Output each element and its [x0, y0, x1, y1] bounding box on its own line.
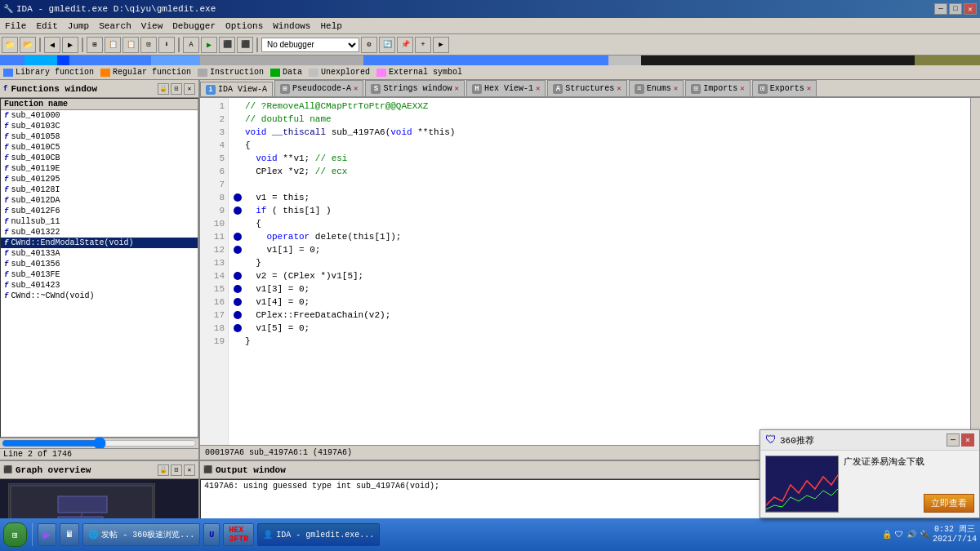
tb-dbg-11[interactable]: 📌: [397, 37, 413, 53]
graph-float-btn[interactable]: ⊡: [171, 464, 182, 476]
func-item-cwnd-endmodal[interactable]: fCWnd::EndModalState(void): [1, 238, 198, 248]
popup-minimize-btn[interactable]: ─: [947, 433, 960, 447]
close-button[interactable]: ✕: [964, 3, 977, 15]
code-line-9: if ( this[1] ): [234, 204, 965, 217]
tb-dbg-10[interactable]: 🔄: [379, 37, 395, 53]
taskbar-item-hex[interactable]: HEX3FTR: [223, 523, 254, 546]
tab-exports[interactable]: ⊡ Exports ✕: [752, 80, 817, 96]
func-item-sub40133a[interactable]: fsub_40133A: [1, 248, 198, 259]
tb-dbg-7[interactable]: ⬛: [219, 37, 235, 53]
func-item-sub401423[interactable]: fsub_401423: [1, 280, 198, 291]
menu-help[interactable]: Help: [315, 20, 346, 33]
dot-9: [234, 207, 242, 215]
title-bar: 🔧 IDA - gmledit.exe D:\qiyu\gmledit.exe …: [0, 0, 980, 18]
menu-file[interactable]: File: [0, 20, 31, 33]
tb-dbg-13[interactable]: ▶: [433, 37, 449, 53]
tab-strings[interactable]: S Strings window ✕: [365, 80, 464, 96]
menu-debugger[interactable]: Debugger: [167, 20, 220, 33]
legend-regular-color: [100, 69, 110, 77]
taskbar-item-ida[interactable]: 👤 IDA - gmledit.exe...: [257, 523, 380, 546]
functions-lock-btn[interactable]: 🔒: [158, 83, 169, 95]
functions-scrollbar-h: [0, 438, 198, 448]
graph-panel-header: ⬛ Graph overview 🔒 ⊡ ✕: [0, 461, 198, 479]
tb-fwd[interactable]: ▶: [62, 37, 78, 53]
functions-close-btn[interactable]: ✕: [184, 83, 195, 95]
func-item-sub4010c5[interactable]: fsub_4010C5: [1, 142, 198, 153]
tab-enums[interactable]: ≡ Enums ✕: [629, 80, 684, 96]
tab-enums-close[interactable]: ✕: [674, 84, 678, 93]
func-item-sub401356[interactable]: fsub_401356: [1, 259, 198, 269]
tb-new[interactable]: 📁: [2, 37, 18, 53]
menu-jump[interactable]: Jump: [63, 20, 94, 33]
taskbar-item-calc[interactable]: 🖩: [60, 523, 79, 546]
tb-1[interactable]: ⊞: [87, 37, 103, 53]
popup-chart: [766, 456, 839, 513]
tab-pseudo-close[interactable]: ✕: [354, 84, 358, 93]
func-item-sub40119e[interactable]: fsub_40119E: [1, 163, 198, 174]
graph-lock-btn[interactable]: 🔒: [158, 464, 169, 476]
taskbar-item-browser[interactable]: 🌐 发帖 - 360极速浏览...: [82, 523, 200, 546]
func-item-sub401295[interactable]: fsub_401295: [1, 174, 198, 184]
debugger-select[interactable]: No debugger: [261, 38, 359, 52]
functions-hscroll[interactable]: [2, 440, 197, 447]
tb-6[interactable]: A: [183, 37, 199, 53]
func-item-sub40103c[interactable]: fsub_40103C: [1, 121, 198, 131]
tab-strings-close[interactable]: ✕: [454, 84, 458, 93]
taskbar-item-vs[interactable]: ▶: [38, 523, 57, 546]
code-text-8: v1 = this;: [245, 191, 310, 204]
start-button[interactable]: ⊞: [3, 522, 27, 547]
tb-4[interactable]: ⊡: [140, 37, 157, 53]
func-item-sub4010cb[interactable]: fsub_4010CB: [1, 153, 198, 163]
function-list[interactable]: Function name fsub_401000 fsub_40103C fs…: [0, 98, 198, 438]
toolbar: 📁 📂 ◀ ▶ ⊞ 📋 📋 ⊡ ⬇ A ▶ ⬛ ⬛ No debugger ⚙ …: [0, 34, 980, 56]
menu-edit[interactable]: Edit: [31, 20, 62, 33]
maximize-button[interactable]: □: [949, 3, 962, 15]
tab-imports-close[interactable]: ✕: [740, 84, 744, 93]
func-item-nullsub11[interactable]: fnullsub_11: [1, 216, 198, 227]
tab-hex-close[interactable]: ✕: [536, 84, 540, 93]
menu-options[interactable]: Options: [220, 20, 268, 33]
tb-dbg-9[interactable]: ⚙: [361, 37, 377, 53]
tab-structures-close[interactable]: ✕: [617, 84, 621, 93]
title-bar-title: 🔧 IDA - gmledit.exe D:\qiyu\gmledit.exe: [3, 4, 216, 14]
menu-search[interactable]: Search: [94, 20, 136, 33]
func-item-sub401058[interactable]: fsub_401058: [1, 131, 198, 142]
tb-3[interactable]: 📋: [122, 37, 139, 53]
tab-exports-close[interactable]: ✕: [807, 84, 811, 93]
tab-hex[interactable]: H Hex View-1 ✕: [466, 80, 546, 96]
func-item-sub401281[interactable]: fsub_40128I: [1, 184, 198, 195]
popup-close-btn[interactable]: ✕: [961, 433, 974, 447]
tb-dbg-run[interactable]: ▶: [201, 37, 217, 53]
tab-ida-view[interactable]: i IDA View-A: [200, 82, 273, 98]
code-vscrollbar[interactable]: [970, 98, 980, 445]
tb-sep2: [82, 38, 83, 52]
func-item-sub4012da[interactable]: fsub_4012DA: [1, 195, 198, 206]
tb-5[interactable]: ⬇: [158, 37, 175, 53]
tb-2[interactable]: 📋: [105, 37, 121, 53]
func-item-sub401000[interactable]: fsub_401000: [1, 110, 198, 121]
tab-structures[interactable]: A Structures ✕: [547, 80, 626, 96]
minimize-button[interactable]: ─: [934, 3, 947, 15]
functions-icon: f: [3, 85, 7, 93]
func-item-cwnd-dtor[interactable]: fCWnd::~CWnd(void): [1, 291, 198, 301]
tb-open[interactable]: 📂: [20, 37, 36, 53]
popup-action-btn[interactable]: 立即查看: [924, 494, 974, 513]
func-item-sub401322[interactable]: fsub_401322: [1, 227, 198, 238]
tab-pseudo-label: Pseudocode-A: [292, 84, 351, 93]
code-line-6: CPlex *v2; // ecx: [234, 165, 965, 178]
func-item-sub4012f6[interactable]: fsub_4012F6: [1, 206, 198, 216]
functions-float-btn[interactable]: ⊡: [171, 83, 182, 95]
tab-imports[interactable]: ⊡ Imports ✕: [685, 80, 750, 96]
graph-close-btn[interactable]: ✕: [184, 464, 195, 476]
func-item-sub4013fe[interactable]: fsub_4013FE: [1, 269, 198, 280]
menu-view[interactable]: View: [136, 20, 167, 33]
tab-pseudocode[interactable]: ⊞ Pseudocode-A ✕: [274, 80, 363, 96]
taskbar-item-u[interactable]: U: [203, 523, 220, 546]
popup-text-area: 广发证券易淘金下载 立即查看: [844, 455, 974, 513]
tb-back[interactable]: ◀: [44, 37, 60, 53]
tab-imports-label: Imports: [703, 84, 737, 93]
tb-dbg-12[interactable]: +: [415, 37, 431, 53]
menu-windows[interactable]: Windows: [268, 20, 315, 33]
tb-dbg-8[interactable]: ⬛: [237, 37, 253, 53]
code-content[interactable]: // ?RemoveAll@CMapPtrToPtr@@QAEXXZ // do…: [229, 98, 970, 445]
